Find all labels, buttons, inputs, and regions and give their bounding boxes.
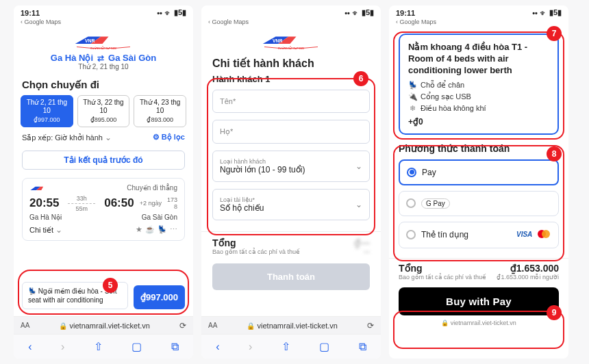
bed-title: Nằm khoang 4 điều hòa T1 - Room of 4 bed… — [408, 42, 549, 77]
wifi-icon: ᯤ — [352, 9, 360, 17]
detail-toggle[interactable]: Chi tiết ⌄ — [29, 225, 62, 235]
ptype-label: Loại hành khách — [220, 158, 305, 165]
back-button[interactable]: ‹ — [216, 341, 219, 353]
chevron-down-icon: ⌄ — [105, 133, 112, 142]
tabs-button[interactable]: ⧉ — [171, 341, 179, 353]
date-tab-label: Thứ 3, 22 thg 10 — [79, 99, 128, 115]
svg-text:VNR: VNR — [273, 38, 282, 43]
url-text: vietnamrail.viet-ticket.vn — [258, 322, 338, 330]
payment-title: Phương thức thanh toán — [399, 143, 559, 154]
swap-icon[interactable]: ⇄ — [97, 53, 104, 63]
bed-option-card[interactable]: Nằm khoang 4 điều hòa T1 - Room of 4 bed… — [399, 34, 559, 135]
arr-time: 06:50 — [104, 196, 134, 210]
date-tab-price: ₫895.000 — [79, 116, 128, 124]
last-name-input[interactable]: Họ* — [212, 120, 370, 144]
duration-m: 55m — [76, 205, 88, 212]
back-to-app[interactable]: Google Maps — [389, 17, 568, 27]
forward-button[interactable]: › — [249, 341, 252, 353]
total-sub: Bao gồm tất cả các phí và thuế — [399, 274, 486, 281]
doc-value: Số hộ chiếu — [220, 203, 264, 213]
seat-price-button[interactable]: ₫997.000 — [134, 285, 185, 309]
callout-5: 5 — [103, 278, 118, 293]
doc-type-select[interactable]: Loại tài liệu* Số hộ chiếu ⌄ — [212, 189, 370, 220]
carrier-logo — [29, 184, 54, 192]
cup-icon: ☕ — [145, 225, 155, 234]
date-tab[interactable]: Thứ 3, 22 thg 10 ₫895.000 — [77, 95, 130, 127]
forward-button[interactable]: › — [61, 341, 64, 353]
first-name-input[interactable]: Tên* — [212, 90, 370, 113]
visa-icon: VISA — [516, 229, 534, 239]
pay-option-card[interactable]: Thẻ tín dụng VISA — [399, 222, 559, 248]
seats-sub: 8 — [167, 203, 177, 210]
back-to-app[interactable]: Google Maps — [201, 17, 381, 27]
dep-time: 20:55 — [29, 196, 59, 210]
battery-icon: ▮5▮ — [174, 8, 186, 17]
passenger-title: Chi tiết hành khách — [212, 57, 370, 70]
svg-text:ĐƯỜNG SẮT VIỆT NAM: ĐƯỜNG SẮT VIỆT NAM — [90, 45, 116, 50]
signal-icon: •• — [532, 9, 538, 17]
screen-payment: 19:11 ••ᯤ▮5▮ Google Maps Nằm khoang 4 đi… — [389, 5, 568, 359]
sort-filter-row: Sắp xếp: Giờ khởi hành ⌄ ⚙ Bộ lọc — [14, 127, 193, 148]
browser-nav: ‹ › ⇧ ▢ ⧉ — [14, 334, 193, 359]
trip-card[interactable]: Chuyến đi thẳng 20:55 33h 55m 06:50 +2 n… — [22, 178, 185, 241]
status-time: 19:11 — [396, 9, 415, 17]
back-button[interactable]: ‹ — [28, 341, 32, 353]
sort-value: Giờ khởi hành — [55, 133, 103, 142]
date-tabs: Thứ 2, 21 thg 10 ₫997.000 Thứ 3, 22 thg … — [14, 95, 193, 127]
checkout-button[interactable]: Thanh toán — [212, 263, 370, 290]
status-bar: 19:11 ••ᯤ▮5▮ — [389, 5, 568, 17]
load-previous-button[interactable]: Tải kết quả trước đó — [22, 151, 185, 170]
sort-control[interactable]: Sắp xếp: Giờ khởi hành ⌄ — [22, 133, 112, 142]
chevron-down-icon: ⌄ — [355, 200, 362, 209]
seat-text: Ngồi mềm điều hòa - Soft seat with air c… — [28, 287, 117, 304]
lock-icon — [59, 322, 67, 330]
text-size-button[interactable]: AA — [208, 322, 217, 329]
passenger-type-select[interactable]: Loại hành khách Người lớn (10 - 99 tuổi)… — [212, 151, 370, 182]
last-name-placeholder: Họ* — [220, 127, 233, 136]
tabs-button[interactable]: ⧉ — [359, 341, 366, 353]
share-button[interactable]: ⇧ — [281, 340, 290, 353]
filter-button[interactable]: ⚙ Bộ lọc — [153, 133, 185, 142]
pay-option-apple[interactable]: Pay — [399, 159, 559, 185]
card-label: Thẻ tín dụng — [421, 230, 468, 239]
star-icon: ★ — [136, 225, 142, 234]
bookmarks-button[interactable]: ▢ — [319, 340, 329, 353]
callout-9: 9 — [547, 305, 562, 320]
tiny-url: 🔒 vietnamrail.viet-ticket.vn — [389, 320, 568, 326]
date-tab[interactable]: Thứ 4, 23 thg 10 ₫893.000 — [134, 95, 186, 127]
sort-label: Sắp xếp: — [22, 133, 53, 142]
snowflake-icon: ❄ — [408, 104, 416, 113]
bookmarks-button[interactable]: ▢ — [131, 340, 142, 353]
date-tab[interactable]: Thứ 2, 21 thg 10 ₫997.000 — [21, 95, 73, 127]
bed-feat2: Cổng sạc USB — [421, 92, 471, 101]
duration-h: 33h — [77, 195, 87, 202]
doc-label: Loại tài liệu* — [220, 196, 264, 203]
back-to-app[interactable]: Google Maps — [14, 17, 193, 27]
total-row: Tổng ₫1.653.000 Bao gồm tất cả các phí v… — [389, 258, 568, 282]
buy-with-apple-pay-button[interactable]: Buy with Pay — [399, 287, 559, 315]
apple-pay-label: Pay — [422, 168, 436, 177]
url-bar[interactable]: AA vietnamrail.viet-ticket.vn — [14, 316, 193, 334]
date-tab-price: ₫997.000 — [23, 116, 71, 124]
lock-icon — [247, 322, 255, 330]
reload-button[interactable] — [179, 321, 186, 330]
seats: 173 — [167, 196, 177, 203]
reload-button[interactable] — [367, 321, 374, 330]
share-button[interactable]: ⇧ — [94, 340, 103, 353]
buy-label: Buy with Pay — [446, 296, 512, 307]
svg-text:VNR: VNR — [85, 38, 95, 43]
route-header[interactable]: Ga Hà Nội ⇄ Ga Sài Gòn — [14, 53, 193, 63]
url-bar[interactable]: AA vietnamrail.viet-ticket.vn — [201, 316, 381, 334]
url-text: vietnamrail.viet-ticket.vn — [70, 322, 150, 330]
google-pay-label: G Pay — [421, 198, 450, 209]
callout-8: 8 — [547, 146, 562, 161]
brand-header: VNRĐƯỜNG SẮT VIỆT NAM — [201, 27, 381, 53]
detail-label: Chi tiết — [29, 226, 53, 234]
pay-option-google[interactable]: G Pay — [399, 191, 559, 216]
seat-icon: 💺 — [28, 287, 38, 295]
signal-icon: •• — [157, 9, 162, 17]
total-row: Tổng ₫— Bao gồm tất cả các phí và thuế — — [201, 231, 381, 258]
text-size-button[interactable]: AA — [21, 322, 29, 329]
signal-icon: •• — [344, 9, 350, 17]
mastercard-icon — [536, 229, 551, 239]
